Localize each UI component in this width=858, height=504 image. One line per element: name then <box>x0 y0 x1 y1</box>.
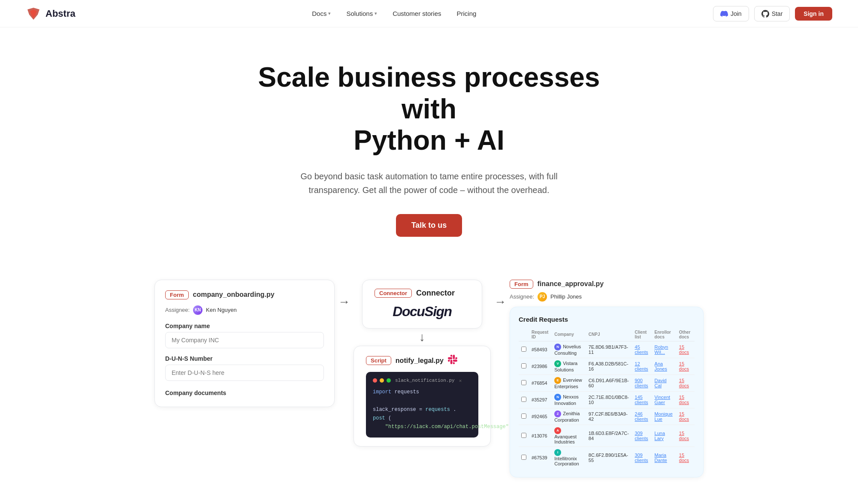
cell-clients: 145 clients <box>632 391 652 408</box>
cell-clients: 309 clients <box>632 425 652 447</box>
other-docs-link[interactable]: 15 docs <box>679 453 689 463</box>
company-logo-icon: A <box>554 427 561 434</box>
form1-duns-input[interactable] <box>165 365 324 381</box>
row-checkbox-4[interactable] <box>521 413 526 419</box>
row-checkbox-3[interactable] <box>521 397 526 402</box>
nav-solutions[interactable]: Solutions ▾ <box>346 10 377 17</box>
row-checkbox-2[interactable] <box>521 380 526 385</box>
logo[interactable]: Abstra <box>26 6 76 21</box>
cell-checkbox <box>519 374 529 391</box>
form2-assignee-row: Assignee: PJ Phillip Jones <box>510 292 704 302</box>
cell-id: #76854 <box>529 374 552 391</box>
form2-badge: Form <box>510 280 533 289</box>
other-docs-link[interactable]: 15 docs <box>679 378 689 388</box>
col-request-id: Request ID <box>529 328 552 341</box>
cell-id: #92465 <box>529 408 552 425</box>
cell-clients: 12 clients <box>632 358 652 374</box>
company-logo-icon: E <box>554 377 561 384</box>
cell-id: #67539 <box>529 447 552 468</box>
script-name: notify_legal.py <box>396 357 444 365</box>
cell-clients: 309 clients <box>632 447 652 468</box>
table-row: #58493 NNovelius Consulting 7E.8D6.9B1/A… <box>519 341 695 358</box>
credit-table: Request ID Company CNPJ Client list Enro… <box>519 328 695 468</box>
enrollor-link[interactable]: Vincent Gaer <box>655 395 671 405</box>
nav-pricing[interactable]: Pricing <box>457 10 477 17</box>
company-logo-icon: Z <box>554 410 561 417</box>
clients-link[interactable]: 145 clients <box>635 395 648 405</box>
enrollor-link[interactable]: Luna Lary <box>655 431 665 441</box>
table-header-row: Request ID Company CNPJ Client list Enro… <box>519 328 695 341</box>
clients-link[interactable]: 246 clients <box>635 411 648 422</box>
clients-link[interactable]: 309 clients <box>635 431 648 441</box>
slack-icon <box>448 355 457 367</box>
hero-subtitle: Go beyond basic task automation to tame … <box>283 169 575 197</box>
form1-badge: Form <box>165 290 189 299</box>
enrollor-link[interactable]: David Cal <box>655 378 667 388</box>
row-checkbox-1[interactable] <box>521 363 526 368</box>
other-docs-link[interactable]: 15 docs <box>679 411 689 422</box>
company-logo-icon: N <box>554 394 561 401</box>
form1-assignee-name: Ken Nguyen <box>206 307 237 313</box>
arrow1: → <box>335 280 353 309</box>
nav-customer-stories[interactable]: Customer stories <box>393 10 441 17</box>
right-arrow2-icon: → <box>494 295 506 309</box>
enrollor-link[interactable]: Ana Jones <box>655 361 667 371</box>
other-docs-link[interactable]: 15 docs <box>679 431 689 441</box>
workflow-section: Form company_onboarding.py Assignee: KN … <box>0 263 858 495</box>
signin-button[interactable]: Sign in <box>795 7 832 21</box>
enrollor-link[interactable]: Maria Dante <box>655 453 667 463</box>
form1-avatar: KN <box>193 305 202 315</box>
table-row: #92465 ZZenithia Corporation 97.C2F.8E6/… <box>519 408 695 425</box>
github-star-button[interactable]: Star <box>754 6 790 21</box>
cell-enrollor: Robyn Wil... <box>652 341 677 358</box>
table-row: #67539 IIntellitronix Corporation 8C.6F2… <box>519 447 695 468</box>
enrollor-link[interactable]: Monique Lue <box>655 411 673 422</box>
cell-checkbox <box>519 391 529 408</box>
navbar: Abstra Docs ▾ Solutions ▾ Customer stori… <box>0 0 858 27</box>
clients-link[interactable]: 45 clients <box>635 344 648 355</box>
discord-join-button[interactable]: Join <box>713 6 749 21</box>
docs-chevron-icon: ▾ <box>328 11 331 16</box>
row-checkbox-0[interactable] <box>521 347 526 352</box>
github-icon <box>761 10 769 18</box>
nav-docs[interactable]: Docs ▾ <box>312 10 331 17</box>
connector-top: Connector Connector <box>375 289 455 298</box>
col-cnpj: CNPJ <box>586 328 632 341</box>
form1-assignee-label: Assignee: <box>165 307 190 313</box>
other-docs-link[interactable]: 15 docs <box>679 361 689 371</box>
cell-clients: 45 clients <box>632 341 652 358</box>
col-company: Company <box>552 328 586 341</box>
credit-table-title: Credit Requests <box>519 316 695 323</box>
row-checkbox-6[interactable] <box>521 455 526 460</box>
form1-assignee-row: Assignee: KN Ken Nguyen <box>165 305 324 315</box>
connector-card: Connector Connector DocuSign <box>362 280 482 329</box>
connector-wrapper: Connector Connector DocuSign ↓ Script no… <box>353 280 491 447</box>
cell-checkbox <box>519 341 529 358</box>
other-docs-link[interactable]: 15 docs <box>679 395 689 405</box>
cell-company: EEverview Enterprises <box>552 374 586 391</box>
brand-name: Abstra <box>45 8 76 19</box>
cell-other: 15 docs <box>677 341 695 358</box>
solutions-chevron-icon: ▾ <box>375 11 377 16</box>
other-docs-link[interactable]: 15 docs <box>679 344 689 355</box>
clients-link[interactable]: 309 clients <box>635 453 648 463</box>
finance-card: Credit Requests Request ID Company CNPJ … <box>510 307 704 477</box>
row-checkbox-5[interactable] <box>521 433 526 438</box>
cell-id: #13076 <box>529 425 552 447</box>
clients-link[interactable]: 12 clients <box>635 361 648 371</box>
table-row: #35297 NNexxos Innovation 2C.71E.8D1/0BC… <box>519 391 695 408</box>
code-titlebar: slack_notification.py ✕ <box>373 378 471 383</box>
col-enrollor-docs: Enrollor docs <box>652 328 677 341</box>
col-checkbox <box>519 328 529 341</box>
cta-button[interactable]: Talk to us <box>396 214 462 237</box>
code-line-4: "https://slack.com/api/chat.postMessage" <box>373 423 471 431</box>
cell-checkbox <box>519 358 529 374</box>
form2-assignee-name: Phillip Jones <box>550 293 582 300</box>
enrollor-link[interactable]: Robyn Wil... <box>655 344 668 355</box>
down-arrow-wrapper: ↓ <box>419 329 425 346</box>
nav-actions: Join Star Sign in <box>713 6 832 21</box>
form1-company-input[interactable] <box>165 332 324 348</box>
cell-company: NNovelius Consulting <box>552 341 586 358</box>
cell-other: 15 docs <box>677 447 695 468</box>
clients-link[interactable]: 900 clients <box>635 378 648 388</box>
